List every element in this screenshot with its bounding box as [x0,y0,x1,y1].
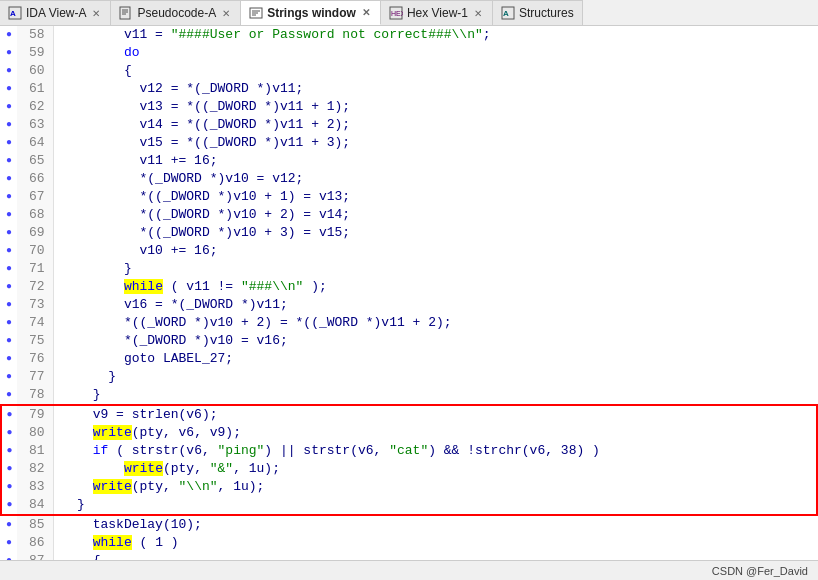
code-84: } [53,496,817,515]
code-70: v10 += 16; [53,242,817,260]
linenum-64: 64 [17,134,53,152]
linenum-63: 63 [17,116,53,134]
dot-80: ● [1,424,17,442]
code-83: write(pty, "\\n", 1u); [53,478,817,496]
table-row: ● 70 v10 += 16; [1,242,817,260]
code-72: while ( v11 != "###\\n" ); [53,278,817,296]
linenum-84: 84 [17,496,53,515]
dot-70: ● [1,242,17,260]
tab-strings-label: Strings window [267,6,356,20]
code-79: v9 = strlen(v6); [53,405,817,424]
table-row: ● 84 } [1,496,817,515]
code-80: write(pty, v6, v9); [53,424,817,442]
dot-60: ● [1,62,17,80]
table-row: ● 67 *((_DWORD *)v10 + 1) = v13; [1,188,817,206]
code-content[interactable]: ● 58 v11 = "####User or Password not cor… [0,26,818,560]
svg-rect-2 [120,7,130,19]
code-81: if ( strstr(v6, "ping") || strstr(v6, "c… [53,442,817,460]
tab-structs[interactable]: A Structures [493,0,583,25]
linenum-76: 76 [17,350,53,368]
dot-76: ● [1,350,17,368]
dot-77: ● [1,368,17,386]
code-87: { [53,552,817,560]
pseudo-icon [119,6,133,20]
linenum-60: 60 [17,62,53,80]
dot-86: ● [1,534,17,552]
code-65: v11 += 16; [53,152,817,170]
tab-ida-label: IDA View-A [26,6,86,20]
svg-text:A: A [503,9,509,18]
table-row: ● 78 } [1,386,817,405]
code-table: ● 58 v11 = "####User or Password not cor… [0,26,818,560]
linenum-81: 81 [17,442,53,460]
table-row: ● 64 v15 = *((_DWORD *)v11 + 3); [1,134,817,152]
linenum-77: 77 [17,368,53,386]
table-row: ● 71 } [1,260,817,278]
code-82: write(pty, "&", 1u); [53,460,817,478]
svg-text:A: A [10,9,16,18]
linenum-78: 78 [17,386,53,405]
code-74: *((_WORD *)v10 + 2) = *((_WORD *)v11 + 2… [53,314,817,332]
table-row: ● 87 { [1,552,817,560]
linenum-59: 59 [17,44,53,62]
dot-62: ● [1,98,17,116]
code-71: } [53,260,817,278]
linenum-67: 67 [17,188,53,206]
table-row: ● 74 *((_WORD *)v10 + 2) = *((_WORD *)v1… [1,314,817,332]
table-row: ● 79 v9 = strlen(v6); [1,405,817,424]
status-bar: CSDN @Fer_David [0,560,818,580]
table-row: ● 76 goto LABEL_27; [1,350,817,368]
linenum-74: 74 [17,314,53,332]
code-73: v16 = *(_DWORD *)v11; [53,296,817,314]
linenum-86: 86 [17,534,53,552]
tab-strings-close[interactable]: ✕ [360,7,372,19]
dot-59: ● [1,44,17,62]
tab-strings[interactable]: Strings window ✕ [241,0,381,25]
table-row: ● 86 while ( 1 ) [1,534,817,552]
tab-pseudo[interactable]: Pseudocode-A ✕ [111,0,241,25]
code-78: } [53,386,817,405]
code-64: v15 = *((_DWORD *)v11 + 3); [53,134,817,152]
table-row: ● 60 { [1,62,817,80]
table-row: ● 73 v16 = *(_DWORD *)v11; [1,296,817,314]
dot-79: ● [1,405,17,424]
dot-66: ● [1,170,17,188]
hex-icon: HEX [389,6,403,20]
tab-hex-close[interactable]: ✕ [472,7,484,19]
code-86: while ( 1 ) [53,534,817,552]
structs-icon: A [501,6,515,20]
tab-pseudo-label: Pseudocode-A [137,6,216,20]
tab-pseudo-close[interactable]: ✕ [220,7,232,19]
code-58: v11 = "####User or Password not correct#… [53,26,817,44]
table-row: ● 59 do [1,44,817,62]
tab-ida[interactable]: A IDA View-A ✕ [0,0,111,25]
dot-71: ● [1,260,17,278]
linenum-85: 85 [17,515,53,534]
linenum-62: 62 [17,98,53,116]
table-row: ● 85 taskDelay(10); [1,515,817,534]
linenum-66: 66 [17,170,53,188]
dot-75: ● [1,332,17,350]
code-66: *(_DWORD *)v10 = v12; [53,170,817,188]
table-row: ● 66 *(_DWORD *)v10 = v12; [1,170,817,188]
dot-69: ● [1,224,17,242]
linenum-83: 83 [17,478,53,496]
credit-text: CSDN @Fer_David [712,565,808,577]
tab-hex[interactable]: HEX Hex View-1 ✕ [381,0,493,25]
strings-icon [249,6,263,20]
dot-73: ● [1,296,17,314]
linenum-61: 61 [17,80,53,98]
dot-74: ● [1,314,17,332]
code-59: do [53,44,817,62]
dot-83: ● [1,478,17,496]
tab-ida-close[interactable]: ✕ [90,7,102,19]
dot-68: ● [1,206,17,224]
linenum-82: 82 [17,460,53,478]
dot-82: ● [1,460,17,478]
dot-58: ● [1,26,17,44]
linenum-79: 79 [17,405,53,424]
linenum-70: 70 [17,242,53,260]
dot-64: ● [1,134,17,152]
dot-85: ● [1,515,17,534]
code-61: v12 = *(_DWORD *)v11; [53,80,817,98]
